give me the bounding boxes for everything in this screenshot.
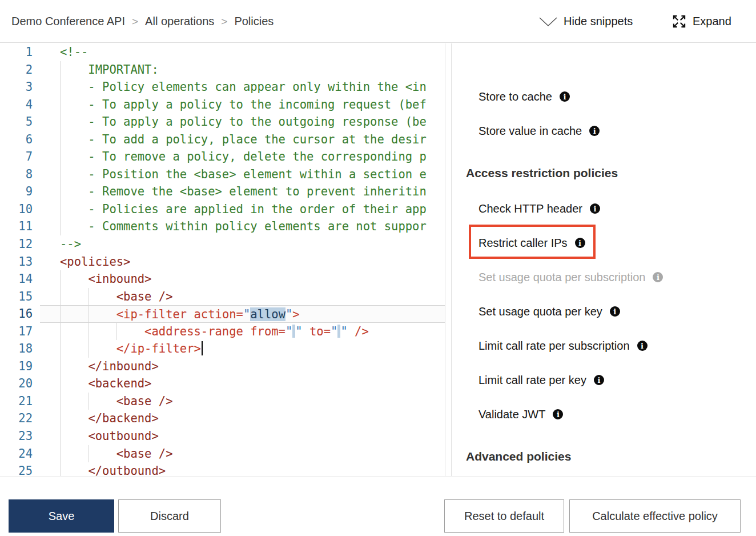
- line-number: 5: [0, 113, 40, 131]
- indent-guide: [60, 218, 61, 235]
- line-number: 1: [0, 43, 40, 61]
- snippet-label: Set usage quota per subscription: [478, 271, 645, 284]
- code-line: <backend>: [40, 375, 445, 393]
- line-number: 7: [0, 148, 40, 166]
- breadcrumb-item[interactable]: Policies: [234, 15, 274, 28]
- code-line: - To apply a policy to the outgoing resp…: [40, 113, 445, 131]
- snippet-label: Check HTTP header: [478, 202, 582, 215]
- indent-guide: [60, 61, 61, 79]
- indent-guide: [60, 410, 61, 427]
- line-number: 14: [0, 270, 40, 288]
- code-line: - Comments within policy elements are no…: [40, 218, 445, 235]
- snippet-label: Set usage quota per key: [478, 305, 602, 318]
- code-line: - Policy elements can appear only within…: [40, 78, 445, 96]
- info-icon[interactable]: i: [553, 409, 563, 419]
- breadcrumb-item[interactable]: All operations: [145, 15, 214, 28]
- indent-guide: [116, 323, 117, 341]
- info-icon[interactable]: i: [575, 238, 585, 248]
- chevron-down-icon: [538, 16, 558, 27]
- line-number: 15: [0, 288, 40, 306]
- indent-guide: [60, 393, 61, 410]
- expand-icon: [671, 14, 687, 29]
- line-number: 24: [0, 445, 40, 463]
- line-number: 22: [0, 410, 40, 427]
- discard-button[interactable]: Discard: [118, 499, 221, 533]
- code-area: <!-- IMPORTANT: - Policy elements can ap…: [40, 43, 445, 476]
- indent-guide: [60, 78, 61, 96]
- snippet-item[interactable]: Set usage quota per keyi: [478, 304, 620, 319]
- code-line: <ip-filter action="allow">: [40, 305, 445, 323]
- line-number: 16: [0, 305, 40, 323]
- line-number: 12: [0, 235, 40, 253]
- snippet-section-header: Advanced policies: [466, 450, 571, 463]
- indent-guide: [60, 96, 61, 114]
- reset-to-default-button[interactable]: Reset to default: [444, 499, 564, 533]
- line-number: 21: [0, 393, 40, 410]
- indent-guide: [60, 148, 61, 166]
- indent-guide: [60, 445, 61, 463]
- indent-guide: [88, 340, 89, 358]
- line-number: 25: [0, 462, 40, 476]
- snippet-label: Store value in cache: [478, 125, 582, 138]
- indent-guide: [60, 427, 61, 445]
- line-number: 6: [0, 131, 40, 149]
- info-icon[interactable]: i: [590, 203, 600, 214]
- indent-guide: [88, 288, 89, 306]
- expand-button[interactable]: Expand: [671, 0, 731, 43]
- breadcrumb-item[interactable]: Demo Conference API: [11, 15, 125, 28]
- code-line: <inbound>: [40, 270, 445, 288]
- hide-snippets-button[interactable]: Hide snippets: [538, 0, 633, 43]
- hide-snippets-label: Hide snippets: [564, 15, 633, 28]
- code-line: <outbound>: [40, 427, 445, 445]
- indent-guide: [88, 393, 89, 410]
- line-number: 4: [0, 96, 40, 114]
- calculate-effective-policy-button[interactable]: Calculate effective policy: [569, 499, 741, 533]
- indent-guide: [60, 306, 61, 322]
- code-line: <address-range from="" to="" />: [40, 323, 445, 341]
- info-icon[interactable]: i: [589, 126, 600, 136]
- indent-guide: [60, 288, 61, 306]
- info-icon[interactable]: i: [637, 341, 648, 351]
- code-line: - To add a policy, place the cursor at t…: [40, 131, 445, 149]
- code-line: - To remove a policy, delete the corresp…: [40, 148, 445, 166]
- code-line: <base />: [40, 288, 445, 306]
- code-line: - Remove the <base> element to prevent i…: [40, 183, 445, 201]
- snippets-panel: Store to cacheiStore value in cacheiAcce…: [451, 43, 756, 476]
- indent-guide: [88, 323, 89, 341]
- info-icon[interactable]: i: [610, 306, 620, 317]
- breadcrumb: Demo Conference API>All operations>Polic…: [11, 0, 274, 43]
- footer-bar: Save Discard Reset to default Calculate …: [0, 477, 756, 536]
- top-bar: Demo Conference API>All operations>Polic…: [0, 0, 756, 43]
- line-number: 13: [0, 253, 40, 271]
- snippet-item[interactable]: Check HTTP headeri: [478, 201, 600, 216]
- info-icon[interactable]: i: [653, 272, 663, 282]
- snippet-label: Limit call rate per subscription: [478, 339, 630, 353]
- snippet-item[interactable]: Limit call rate per keyi: [478, 373, 604, 387]
- code-line: IMPORTANT:: [40, 61, 445, 79]
- line-number: 18: [0, 340, 40, 358]
- code-line: - Policies are applied in the order of t…: [40, 201, 445, 218]
- line-number: 11: [0, 218, 40, 235]
- snippet-item[interactable]: Store value in cachei: [478, 123, 600, 138]
- code-line: <base />: [40, 445, 445, 463]
- expand-label: Expand: [693, 15, 731, 28]
- indent-guide: [60, 183, 61, 201]
- code-line: </inbound>: [40, 358, 445, 375]
- line-number: 10: [0, 201, 40, 218]
- line-number: 19: [0, 358, 40, 375]
- indent-guide: [88, 306, 89, 322]
- code-line: </outbound>: [40, 462, 445, 476]
- save-button[interactable]: Save: [9, 499, 114, 533]
- line-number: 23: [0, 427, 40, 445]
- indent-guide: [60, 340, 61, 358]
- snippet-item[interactable]: Limit call rate per subscriptioni: [478, 338, 648, 353]
- snippet-item[interactable]: Restrict caller IPsi: [478, 235, 585, 250]
- code-line: - To apply a policy to the incoming requ…: [40, 96, 445, 114]
- snippet-item[interactable]: Validate JWTi: [478, 407, 563, 422]
- info-icon[interactable]: i: [594, 375, 604, 385]
- snippet-item[interactable]: Store to cachei: [478, 89, 570, 104]
- info-icon[interactable]: i: [560, 91, 570, 102]
- line-number: 17: [0, 323, 40, 341]
- policy-code-editor[interactable]: 1234567891011121314151617181920212223242…: [0, 43, 445, 476]
- line-number: 20: [0, 375, 40, 393]
